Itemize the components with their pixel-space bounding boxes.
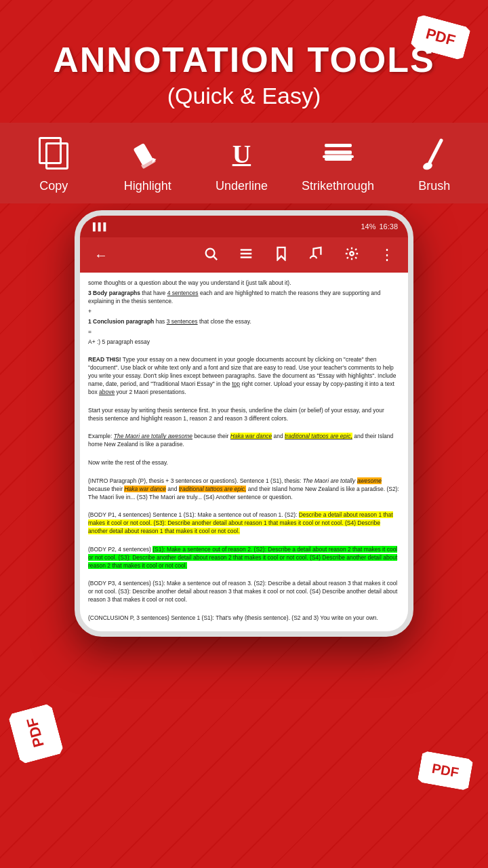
phone-document-content: some thoughts or a question about the wa…	[80, 273, 408, 631]
paint-button[interactable]	[306, 246, 327, 264]
doc-example: Example: The Maori are totally awesome b…	[88, 433, 400, 449]
doc-body-p2: (BODY P2, 4 sentences) (S1): Make a sent…	[88, 546, 400, 570]
status-battery: 14%	[361, 222, 375, 231]
toolbar-icons-right: ⋮	[200, 246, 398, 264]
doc-body3: A+ :) 5 paragraph essay	[88, 338, 400, 347]
annotation-toolbar: Copy Highlight U Underline	[0, 123, 488, 203]
search-button[interactable]	[200, 246, 222, 264]
doc-body2: 1 Conclusion paragraph has 3 sentences t…	[88, 318, 400, 326]
highlight-icon-svg	[131, 137, 165, 171]
copy-rect-front	[39, 137, 62, 164]
svg-point-16	[350, 252, 354, 256]
status-signal: ▐▐▐	[90, 222, 106, 231]
copy-label: Copy	[39, 179, 68, 193]
doc-equals: =	[88, 328, 400, 336]
copy-tool[interactable]: Copy	[20, 135, 87, 193]
doc-conclusion: (CONCLUSION P, 3 sentences) Sentence 1 (…	[88, 614, 400, 623]
underline-u: U	[232, 141, 251, 167]
pdf-badge-bottom-left: PDF	[7, 703, 64, 764]
svg-line-11	[214, 256, 217, 260]
brush-icon-svg	[418, 137, 451, 171]
status-left: ▐▐▐	[90, 222, 106, 231]
brush-tool[interactable]: Brush	[401, 135, 468, 193]
doc-intro: some thoughts or a question about the wa…	[88, 279, 400, 288]
phone-toolbar: ←	[80, 237, 408, 273]
svg-point-10	[206, 248, 215, 257]
status-time: 16:38	[379, 222, 398, 231]
settings-button[interactable]	[341, 246, 363, 264]
strikethrough-tool[interactable]: Strikethrough	[302, 135, 374, 193]
svg-line-8	[430, 140, 441, 163]
strikethrough-label: Strikethrough	[302, 179, 374, 193]
underline-tool[interactable]: U Underline	[207, 135, 275, 193]
svg-rect-3	[325, 144, 352, 147]
brush-icon	[415, 135, 453, 172]
doc-body-p3: (BODY P3, 4 sentences) (S1): Make a sent…	[88, 580, 400, 604]
highlight-label: Highlight	[124, 179, 171, 193]
brush-label: Brush	[418, 179, 450, 193]
menu-button[interactable]	[235, 246, 257, 264]
doc-thesis: Start your essay by writing thesis sente…	[88, 407, 400, 423]
copy-icon-shape	[39, 137, 68, 171]
status-right: 14% 16:38	[361, 222, 398, 231]
back-button[interactable]: ←	[90, 248, 112, 263]
phone-mockup: ▐▐▐ 14% 16:38 ←	[75, 210, 413, 637]
copy-icon	[35, 135, 73, 172]
doc-read-this: READ THIS! Type your essay on a new docu…	[88, 356, 400, 396]
underline-icon: U	[223, 135, 260, 172]
highlight-tool[interactable]: Highlight	[114, 135, 182, 193]
sub-title: (Quick & Easy)	[0, 83, 488, 109]
strikethrough-icon-svg	[321, 137, 355, 171]
doc-plus1: +	[88, 308, 400, 316]
doc-intro-para: (INTRO Paragraph (P), thesis + 3 sentenc…	[88, 477, 400, 502]
phone-container: ▐▐▐ 14% 16:38 ←	[0, 210, 488, 637]
highlight-icon	[129, 135, 166, 172]
phone-status-bar: ▐▐▐ 14% 16:38	[80, 216, 408, 237]
more-button[interactable]: ⋮	[376, 246, 398, 264]
bookmark-button[interactable]	[270, 246, 292, 264]
pdf-badge-bottom-right: PDF	[417, 751, 473, 791]
svg-rect-7	[323, 155, 354, 158]
doc-body-p1: (BODY P1, 4 sentences) Sentence 1 (S1): …	[88, 511, 400, 536]
header-area: ANNOTATION TOOLS (Quick & Easy)	[0, 0, 488, 123]
doc-body1: 3 Body paragraphs that have 4 sentences …	[88, 290, 400, 306]
strikethrough-icon	[319, 135, 357, 172]
underline-label: Underline	[216, 179, 268, 193]
svg-marker-15	[278, 248, 285, 260]
svg-rect-6	[325, 152, 352, 155]
doc-write-rest: Now write the rest of the essay.	[88, 459, 400, 467]
underline-icon-shape: U	[232, 141, 251, 167]
svg-point-9	[422, 161, 433, 171]
